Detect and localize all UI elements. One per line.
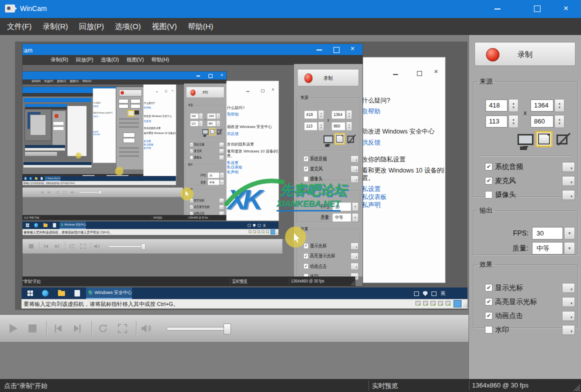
menu-view[interactable]: 视图(V): [126, 56, 144, 64]
source-height-stepper[interactable]: ▲▼: [554, 115, 564, 128]
watermark-label: 水印: [495, 326, 509, 334]
defender-shield-icon: [88, 290, 92, 296]
quality-select[interactable]: 中等: [532, 242, 563, 254]
privacy-statement-link[interactable]: 隐私声明: [362, 201, 380, 210]
store-icon: [74, 290, 80, 296]
menu-options[interactable]: 选项(O): [101, 56, 119, 64]
resize-grip[interactable]: [574, 384, 580, 391]
divider: [368, 380, 369, 390]
quality-select-arrow[interactable]: ▼: [564, 242, 575, 254]
capture-fullscreen-icon[interactable]: [518, 134, 534, 145]
minimize-icon[interactable]: [316, 50, 322, 50]
record-button[interactable]: 录制: [474, 42, 576, 66]
vbox-status-bar: 要将输入定向到该虚拟机，请将鼠标指针移入其中或按 Ctrl+G。: [22, 299, 468, 308]
webcam-label: 摄像头: [495, 190, 516, 200]
menu-help[interactable]: 帮助(H): [152, 56, 170, 64]
effects-group-label: 效果: [478, 260, 494, 269]
minimize-icon[interactable]: [393, 74, 398, 75]
show-cursor-dropdown[interactable]: ▼: [562, 283, 575, 293]
source-width-stepper[interactable]: ▲▼: [554, 99, 564, 112]
fps-select-arrow[interactable]: ▼: [564, 227, 575, 240]
app-title: WinCam: [20, 4, 47, 12]
volume-icon[interactable]: [140, 322, 152, 334]
menu-playback[interactable]: 回放(P): [79, 22, 104, 32]
close-icon[interactable]: ×: [434, 68, 438, 76]
record-button[interactable]: 录制: [298, 69, 359, 86]
play-icon[interactable]: [7, 322, 19, 334]
feedback-link[interactable]: 提供反馈: [362, 138, 380, 147]
captured-taskbar: Windows 安全中心 英: [22, 288, 468, 299]
nested-playback-bar-2: [22, 188, 182, 198]
webcam-dropdown[interactable]: ▼: [562, 190, 575, 200]
menu-options[interactable]: 选项(O): [115, 22, 141, 32]
wincam-app: WinCam × 文件(F) 录制(R) 回放(P) 选项(O) 视图(V) 帮…: [0, 0, 581, 392]
volume-slider-thumb[interactable]: [224, 324, 231, 334]
system-audio-checkbox[interactable]: ✔: [485, 163, 492, 170]
menu-record[interactable]: 录制(R): [42, 22, 68, 32]
source-x-input[interactable]: 418: [486, 100, 508, 112]
taskbar-task-security: Windows 安全中心: [86, 288, 132, 299]
maximize-icon[interactable]: [417, 71, 422, 76]
show-cursor-checkbox[interactable]: ✔: [485, 284, 492, 292]
menu-help[interactable]: 帮助(H): [188, 22, 214, 32]
fullscreen-icon[interactable]: [116, 322, 128, 334]
privacy-dashboard-link[interactable]: 隐私仪表板: [362, 193, 387, 202]
source-y-input[interactable]: 113: [486, 116, 508, 128]
nested-security-window: 有什么疑问? 获取帮助 帮助改进 Windows 安全中心 提供反馈 隐私设置 …: [93, 88, 116, 163]
animate-clicks-checkbox[interactable]: ✔: [485, 312, 492, 320]
microphone-dropdown[interactable]: ▼: [562, 176, 575, 186]
animate-clicks-label: 动画点击: [495, 312, 523, 320]
quality-label: 质量:: [478, 244, 528, 253]
nested-control-panel-3: [116, 87, 144, 170]
privacy-settings-link[interactable]: 隐私设置: [362, 185, 380, 194]
stop-icon[interactable]: [26, 322, 38, 334]
highlight-cursor-checkbox[interactable]: ✔: [485, 298, 492, 306]
nested-status-bar-2: 点击"录制"开始 实时预览 1364x860 @ 30 fps: [22, 215, 226, 220]
output-group-label: 输出: [478, 206, 494, 215]
source-x-stepper[interactable]: ▲▼: [508, 99, 518, 112]
microphone-label: 麦克风: [495, 176, 516, 186]
get-help-link[interactable]: 获取帮助: [362, 108, 380, 116]
source-y-stepper[interactable]: ▲▼: [508, 115, 518, 128]
divider: [469, 380, 470, 390]
loop-icon[interactable]: [97, 322, 109, 334]
click-highlight: [115, 167, 124, 176]
microphone-checkbox[interactable]: ✔: [485, 177, 492, 184]
fps-select[interactable]: 30: [532, 227, 563, 240]
skip-end-icon[interactable]: [72, 322, 84, 334]
webcam-checkbox[interactable]: [485, 191, 492, 198]
security-question: 有什么疑问?: [362, 96, 390, 105]
status-preview-mode: 实时预览: [372, 382, 398, 390]
watermark-checkbox[interactable]: [485, 326, 492, 334]
volume-slider-track[interactable]: [166, 327, 226, 330]
close-button[interactable]: ×: [554, 0, 578, 18]
capture-region-icon[interactable]: [556, 132, 570, 146]
menu-playback[interactable]: 回放(P): [76, 56, 94, 64]
divider: [480, 156, 572, 156]
menu-file[interactable]: 文件(F): [7, 22, 32, 32]
system-audio-dropdown[interactable]: ▼: [562, 162, 575, 172]
control-panel: 录制 来源 418 ▲▼ x 1364 ▲▼ 113 ▲▼ 860 ▲▼ ✔ 系…: [468, 35, 581, 379]
highlight-cursor-dropdown[interactable]: ▼: [562, 297, 575, 307]
menu-record[interactable]: 录制(R): [50, 56, 68, 64]
ime-indicator: 英: [440, 290, 446, 297]
source-height-input[interactable]: 860: [530, 116, 554, 128]
skip-start-icon[interactable]: [52, 322, 64, 334]
nested-wincam-window-2: × 录制(R)回放(P)选项(O)视图(V)帮助(H): [22, 72, 226, 220]
watermark-dropdown[interactable]: ▼: [562, 325, 575, 335]
display-icon: [432, 292, 436, 296]
menu-view[interactable]: 视图(V): [152, 22, 177, 32]
source-width-input[interactable]: 1364: [530, 100, 554, 112]
nested-playback-bar: [22, 239, 282, 254]
effects-group: 效果 ✔ 显示光标 ▼ ✔ 高亮显示光标 ▼ ✔ 动画点击 ▼: [473, 260, 578, 328]
nested-window-artifact: [24, 165, 92, 168]
maximize-icon[interactable]: [334, 47, 340, 53]
system-audio-label: 系统音频: [495, 162, 523, 172]
maximize-button[interactable]: [526, 0, 548, 18]
animate-clicks-dropdown[interactable]: ▼: [562, 311, 575, 321]
minimize-button[interactable]: [486, 0, 509, 18]
capture-window-icon[interactable]: [536, 131, 552, 147]
improve-text: 帮助改进 Windows 安全中心: [362, 128, 434, 136]
close-icon[interactable]: ×: [350, 44, 354, 52]
click-highlight: [76, 152, 82, 158]
